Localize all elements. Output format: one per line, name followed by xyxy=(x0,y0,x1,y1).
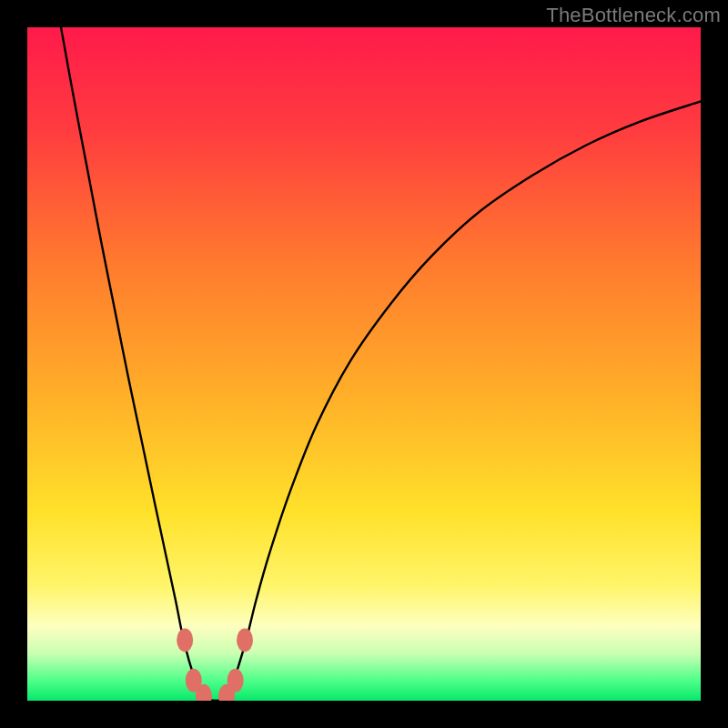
bottleneck-chart xyxy=(27,27,701,701)
chart-frame xyxy=(27,27,701,701)
gradient-background xyxy=(27,27,701,701)
watermark-text: TheBottleneck.com xyxy=(546,4,721,27)
trough-marker-4 xyxy=(228,669,244,693)
trough-marker-5 xyxy=(237,628,253,652)
trough-marker-0 xyxy=(177,628,193,652)
